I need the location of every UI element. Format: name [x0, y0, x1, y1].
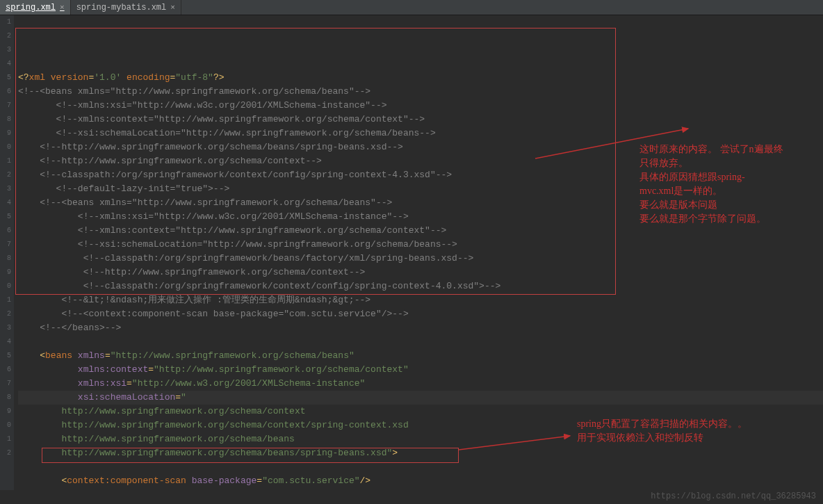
editor-tabs: spring.xml × spring-mybatis.xml ×: [0, 0, 823, 15]
code-line[interactable]: <!--xsi:schemaLocation="http://www.sprin…: [18, 127, 823, 140]
line-number: 9: [0, 266, 11, 279]
line-number: 3: [0, 321, 11, 335]
code-line[interactable]: xsi:schemaLocation=": [18, 391, 823, 405]
line-number: 4: [0, 335, 11, 349]
line-number: 1: [0, 154, 11, 168]
code-line[interactable]: <beans xmlns="http://www.springframework…: [18, 349, 823, 363]
line-number: 1: [0, 432, 11, 446]
code-line[interactable]: <!--xmlns:context="http://www.springfram…: [18, 224, 823, 238]
code-line[interactable]: <!--<beans xmlns="http://www.springframe…: [18, 85, 823, 99]
tab-label: spring-mybatis.xml: [76, 3, 167, 13]
line-number: 1: [0, 15, 11, 29]
tab-spring-xml[interactable]: spring.xml ×: [0, 0, 71, 15]
line-gutter: 12345678901234567890123456789012: [0, 15, 14, 490]
code-line[interactable]: <!--http://www.springframework.org/schem…: [18, 266, 823, 279]
line-number: 4: [0, 57, 11, 71]
annotation-text-bottom: spring只配置了容器扫描的相关内容。。 用于实现依赖注入和控制反转: [577, 417, 813, 445]
line-number: 7: [0, 99, 11, 113]
line-number: 0: [0, 418, 11, 432]
line-number: 0: [0, 140, 11, 154]
code-line[interactable]: <!--</beans>-->: [18, 321, 823, 335]
line-number: 6: [0, 363, 11, 377]
code-line[interactable]: <!--xsi:schemaLocation="http://www.sprin…: [18, 238, 823, 252]
code-line[interactable]: <!--xmlns:xsi="http://www.w3c.org/2001/X…: [18, 99, 823, 113]
code-line[interactable]: xmlns:context="http://www.springframewor…: [18, 363, 823, 377]
line-number: 2: [0, 168, 11, 182]
annotation-text-top: 这时原来的内容。 尝试了n遍最终 只得放弃。 具体的原因猜想跟spring- m…: [639, 143, 820, 226]
line-number: 9: [0, 405, 11, 418]
line-number: 2: [0, 29, 11, 43]
code-line[interactable]: [18, 460, 823, 474]
line-number: 0: [0, 279, 11, 293]
code-line[interactable]: <!--classpath:/org/springframework/conte…: [18, 279, 823, 293]
line-number: 2: [0, 446, 11, 460]
line-number: 6: [0, 85, 11, 99]
line-number: 8: [0, 252, 11, 266]
code-line[interactable]: <!--&lt;!&ndash;用来做注入操作 :管理类的生命周期&ndash;…: [18, 293, 823, 307]
code-line[interactable]: xmlns:xsi="http://www.w3.org/2001/XMLSch…: [18, 377, 823, 391]
close-icon[interactable]: ×: [60, 3, 65, 12]
code-line[interactable]: <!--classpath:/org/springframework/beans…: [18, 252, 823, 266]
code-line[interactable]: <!--xmlns:context="http://www.springfram…: [18, 113, 823, 127]
code-line[interactable]: http://www.springframework.org/schema/be…: [18, 446, 823, 460]
line-number: 2: [0, 307, 11, 321]
code-line[interactable]: <context:component-scan base-package="co…: [18, 474, 823, 488]
line-number: 5: [0, 210, 11, 224]
line-number: 5: [0, 71, 11, 85]
watermark: https://blog.csdn.net/qq_36285943: [651, 491, 816, 501]
line-number: 6: [0, 224, 11, 238]
line-number: 5: [0, 349, 11, 363]
line-number: 3: [0, 182, 11, 196]
line-number: 7: [0, 377, 11, 391]
line-number: 8: [0, 391, 11, 405]
code-line[interactable]: http://www.springframework.org/schema/co…: [18, 405, 823, 418]
line-number: 3: [0, 43, 11, 57]
line-number: 4: [0, 196, 11, 210]
close-icon[interactable]: ×: [170, 3, 175, 12]
code-line[interactable]: <!--<context:component-scan base-package…: [18, 307, 823, 321]
line-number: 9: [0, 127, 11, 140]
tab-label: spring.xml: [6, 3, 56, 13]
code-line[interactable]: <?xml version='1.0' encoding="utf-8"?>: [18, 71, 823, 85]
line-number: 7: [0, 238, 11, 252]
line-number: 1: [0, 293, 11, 307]
line-number: 8: [0, 113, 11, 127]
tab-spring-mybatis-xml[interactable]: spring-mybatis.xml ×: [71, 0, 181, 15]
code-line[interactable]: [18, 335, 823, 349]
